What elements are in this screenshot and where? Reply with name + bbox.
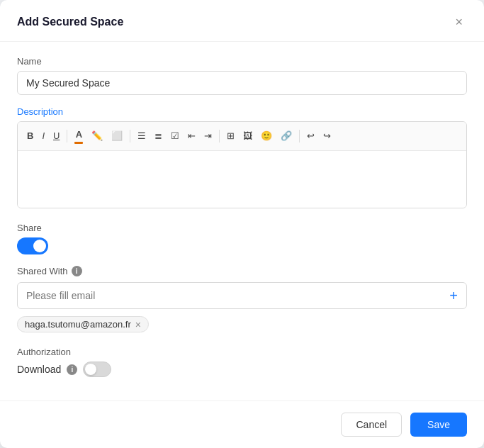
pen-button[interactable]: ✏️ — [88, 128, 106, 145]
toolbar-separator-1 — [67, 130, 67, 142]
download-info-icon: i — [67, 364, 77, 375]
dialog-header: Add Secured Space × — [0, 0, 484, 42]
editor-content[interactable] — [18, 151, 466, 208]
shared-with-text: Shared With — [17, 266, 68, 276]
share-slider: ✓ — [17, 237, 48, 254]
name-label: Name — [17, 56, 467, 67]
image-button[interactable]: 🖼 — [240, 128, 256, 145]
name-input[interactable] — [17, 71, 467, 95]
toolbar-separator-4 — [299, 130, 300, 142]
download-label: Download — [17, 364, 61, 375]
close-button[interactable]: × — [451, 14, 467, 30]
description-field-container: Description B I U A ✏️ ⬜ ☰ ≣ — [17, 106, 467, 208]
email-tags-container: haga.tsutomu@amazon.fr × — [17, 316, 467, 332]
email-tag: haga.tsutomu@amazon.fr × — [17, 316, 149, 332]
share-toggle-container: ✓ — [17, 237, 467, 254]
toolbar-separator-2 — [130, 130, 130, 142]
align-left-button[interactable]: ⇤ — [184, 128, 199, 145]
undo-button[interactable]: ↩ — [303, 128, 318, 145]
email-input-container: + — [17, 282, 467, 309]
editor-container: B I U A ✏️ ⬜ ☰ ≣ ☑ ⇤ ⇥ — [17, 121, 467, 208]
emoji-button[interactable]: 🙂 — [257, 128, 276, 145]
toolbar-separator-3 — [219, 130, 220, 142]
authorization-section: Authorization Download i — [17, 347, 467, 377]
email-input[interactable] — [23, 283, 446, 308]
font-color-button[interactable]: A — [71, 126, 86, 146]
shared-with-section: Shared With i + haga.tsutomu@amazon.fr × — [17, 266, 467, 332]
email-tag-address: haga.tsutomu@amazon.fr — [25, 319, 131, 330]
editor-toolbar: B I U A ✏️ ⬜ ☰ ≣ ☑ ⇤ ⇥ — [18, 122, 466, 151]
cancel-button[interactable]: Cancel — [341, 413, 402, 437]
share-toggle[interactable]: ✓ — [17, 237, 48, 254]
email-tag-remove-button[interactable]: × — [135, 320, 141, 330]
underline-button[interactable]: U — [50, 128, 63, 145]
dialog-footer: Cancel Save — [0, 401, 484, 448]
shared-with-label-row: Shared With i — [17, 266, 467, 276]
dialog-title: Add Secured Space — [17, 16, 123, 28]
save-button[interactable]: Save — [410, 413, 467, 437]
name-field-container: Name — [17, 56, 467, 95]
checklist-button[interactable]: ☑ — [167, 128, 183, 145]
table-button[interactable]: ⊞ — [223, 128, 238, 145]
share-section: Share ✓ — [17, 223, 467, 254]
align-right-button[interactable]: ⇥ — [201, 128, 215, 145]
dialog-body: Name Description B I U A ✏️ ⬜ — [0, 42, 484, 401]
add-secured-space-dialog: Add Secured Space × Name Description B I… — [0, 0, 484, 448]
download-toggle[interactable] — [83, 362, 111, 377]
shared-with-info-icon: i — [72, 266, 82, 276]
authorization-label: Authorization — [17, 347, 467, 357]
eraser-button[interactable]: ⬜ — [108, 128, 126, 145]
link-button[interactable]: 🔗 — [277, 128, 296, 145]
add-email-button[interactable]: + — [446, 289, 461, 303]
share-label: Share — [17, 223, 467, 233]
unordered-list-button[interactable]: ≣ — [151, 128, 166, 145]
italic-button[interactable]: I — [38, 128, 48, 145]
bold-button[interactable]: B — [23, 128, 37, 145]
ordered-list-button[interactable]: ☰ — [134, 128, 150, 145]
download-row: Download i — [17, 362, 467, 377]
download-slider — [83, 362, 111, 377]
redo-button[interactable]: ↪ — [320, 128, 334, 145]
description-label: Description — [17, 106, 467, 117]
